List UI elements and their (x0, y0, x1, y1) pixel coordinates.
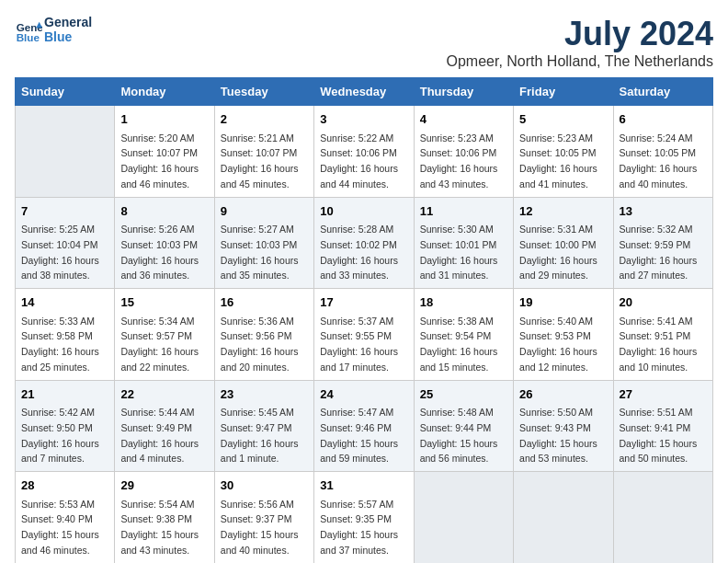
day-info: Sunrise: 5:37 AM Sunset: 9:55 PM Dayligh… (320, 316, 398, 373)
day-info: Sunrise: 5:38 AM Sunset: 9:54 PM Dayligh… (420, 316, 498, 373)
calendar-cell: 26Sunrise: 5:50 AM Sunset: 9:43 PM Dayli… (514, 380, 613, 472)
day-info: Sunrise: 5:54 AM Sunset: 9:38 PM Dayligh… (120, 499, 199, 556)
calendar-cell: 18Sunrise: 5:38 AM Sunset: 9:54 PM Dayli… (414, 289, 513, 381)
day-info: Sunrise: 5:30 AM Sunset: 10:01 PM Daylig… (420, 224, 498, 281)
day-info: Sunrise: 5:51 AM Sunset: 9:41 PM Dayligh… (620, 407, 698, 464)
header-day: Tuesday (214, 78, 313, 106)
calendar-cell: 14Sunrise: 5:33 AM Sunset: 9:58 PM Dayli… (16, 289, 115, 381)
calendar-cell: 28Sunrise: 5:53 AM Sunset: 9:40 PM Dayli… (16, 472, 115, 564)
day-info: Sunrise: 5:57 AM Sunset: 9:35 PM Dayligh… (320, 499, 398, 556)
day-info: Sunrise: 5:22 AM Sunset: 10:06 PM Daylig… (320, 132, 398, 190)
day-info: Sunrise: 5:42 AM Sunset: 9:50 PM Dayligh… (21, 407, 99, 464)
calendar-cell: 12Sunrise: 5:31 AM Sunset: 10:00 PM Dayl… (514, 197, 613, 289)
logo: General Blue General Blue (15, 15, 92, 44)
calendar-cell: 17Sunrise: 5:37 AM Sunset: 9:55 PM Dayli… (314, 289, 414, 381)
calendar-cell: 30Sunrise: 5:56 AM Sunset: 9:37 PM Dayli… (214, 472, 313, 564)
calendar-week-row: 14Sunrise: 5:33 AM Sunset: 9:58 PM Dayli… (16, 289, 713, 381)
header-day: Thursday (414, 78, 513, 106)
calendar-cell: 20Sunrise: 5:41 AM Sunset: 9:51 PM Dayli… (613, 289, 712, 381)
day-number: 26 (519, 385, 607, 404)
day-number: 22 (120, 385, 208, 404)
day-info: Sunrise: 5:25 AM Sunset: 10:04 PM Daylig… (21, 224, 99, 281)
day-number: 23 (221, 385, 308, 404)
logo-line1: General (44, 15, 92, 29)
calendar-cell: 15Sunrise: 5:34 AM Sunset: 9:57 PM Dayli… (115, 289, 214, 381)
day-number: 6 (620, 110, 707, 129)
day-number: 3 (320, 110, 407, 129)
header-day: Monday (115, 78, 214, 106)
day-number: 25 (420, 385, 507, 404)
calendar-cell: 27Sunrise: 5:51 AM Sunset: 9:41 PM Dayli… (613, 380, 712, 472)
day-info: Sunrise: 5:23 AM Sunset: 10:06 PM Daylig… (420, 132, 498, 190)
calendar-cell (16, 106, 115, 198)
calendar-cell: 5Sunrise: 5:23 AM Sunset: 10:05 PM Dayli… (514, 106, 613, 198)
calendar-cell: 6Sunrise: 5:24 AM Sunset: 10:05 PM Dayli… (613, 106, 712, 198)
calendar-cell: 3Sunrise: 5:22 AM Sunset: 10:06 PM Dayli… (314, 106, 414, 198)
day-number: 14 (21, 293, 108, 312)
day-number: 17 (320, 293, 407, 312)
logo-line2: Blue (44, 29, 92, 44)
day-info: Sunrise: 5:44 AM Sunset: 9:49 PM Dayligh… (120, 407, 199, 464)
day-number: 28 (21, 477, 108, 495)
day-number: 5 (519, 110, 607, 129)
calendar-cell: 7Sunrise: 5:25 AM Sunset: 10:04 PM Dayli… (16, 197, 115, 289)
calendar-week-row: 7Sunrise: 5:25 AM Sunset: 10:04 PM Dayli… (16, 197, 713, 289)
day-number: 7 (21, 202, 108, 221)
calendar-cell: 11Sunrise: 5:30 AM Sunset: 10:01 PM Dayl… (414, 197, 513, 289)
day-info: Sunrise: 5:53 AM Sunset: 9:40 PM Dayligh… (21, 499, 99, 556)
calendar-cell: 4Sunrise: 5:23 AM Sunset: 10:06 PM Dayli… (414, 106, 513, 198)
day-info: Sunrise: 5:48 AM Sunset: 9:44 PM Dayligh… (420, 407, 498, 464)
day-number: 30 (221, 477, 308, 495)
calendar-cell: 1Sunrise: 5:20 AM Sunset: 10:07 PM Dayli… (115, 106, 214, 198)
day-number: 9 (221, 202, 308, 221)
calendar-cell: 31Sunrise: 5:57 AM Sunset: 9:35 PM Dayli… (314, 472, 414, 564)
day-number: 20 (620, 293, 707, 312)
page-header: General Blue General Blue July 2024 Opme… (15, 15, 713, 70)
header-day: Wednesday (314, 78, 414, 106)
day-info: Sunrise: 5:50 AM Sunset: 9:43 PM Dayligh… (519, 407, 597, 464)
calendar-cell: 22Sunrise: 5:44 AM Sunset: 9:49 PM Dayli… (115, 380, 214, 472)
day-number: 18 (420, 293, 507, 312)
day-info: Sunrise: 5:34 AM Sunset: 9:57 PM Dayligh… (120, 316, 199, 373)
day-number: 16 (221, 293, 308, 312)
day-number: 27 (620, 385, 707, 404)
calendar-cell (613, 472, 712, 564)
header-day: Friday (514, 78, 613, 106)
main-title: July 2024 (446, 15, 713, 53)
day-number: 13 (620, 202, 707, 221)
day-info: Sunrise: 5:41 AM Sunset: 9:51 PM Dayligh… (620, 316, 698, 373)
subtitle: Opmeer, North Holland, The Netherlands (446, 53, 713, 70)
calendar-week-row: 28Sunrise: 5:53 AM Sunset: 9:40 PM Dayli… (16, 472, 713, 564)
calendar-cell: 13Sunrise: 5:32 AM Sunset: 9:59 PM Dayli… (613, 197, 712, 289)
day-number: 8 (120, 202, 208, 221)
day-number: 2 (221, 110, 308, 129)
calendar-week-row: 1Sunrise: 5:20 AM Sunset: 10:07 PM Dayli… (16, 106, 713, 198)
day-info: Sunrise: 5:36 AM Sunset: 9:56 PM Dayligh… (221, 316, 299, 373)
calendar-cell (414, 472, 513, 564)
day-number: 29 (120, 477, 208, 495)
day-number: 15 (120, 293, 208, 312)
day-info: Sunrise: 5:45 AM Sunset: 9:47 PM Dayligh… (221, 407, 299, 464)
day-number: 4 (420, 110, 507, 129)
calendar-cell: 8Sunrise: 5:26 AM Sunset: 10:03 PM Dayli… (115, 197, 214, 289)
day-info: Sunrise: 5:20 AM Sunset: 10:07 PM Daylig… (120, 132, 199, 190)
day-info: Sunrise: 5:21 AM Sunset: 10:07 PM Daylig… (221, 132, 299, 190)
day-info: Sunrise: 5:27 AM Sunset: 10:03 PM Daylig… (221, 224, 299, 281)
day-number: 1 (120, 110, 208, 129)
calendar-cell: 10Sunrise: 5:28 AM Sunset: 10:02 PM Dayl… (314, 197, 414, 289)
calendar-cell (514, 472, 613, 564)
calendar-cell: 9Sunrise: 5:27 AM Sunset: 10:03 PM Dayli… (214, 197, 313, 289)
title-section: July 2024 Opmeer, North Holland, The Net… (446, 15, 713, 70)
calendar-table: SundayMondayTuesdayWednesdayThursdayFrid… (15, 77, 713, 563)
calendar-cell: 25Sunrise: 5:48 AM Sunset: 9:44 PM Dayli… (414, 380, 513, 472)
day-number: 12 (519, 202, 607, 221)
day-number: 21 (21, 385, 108, 404)
calendar-cell: 16Sunrise: 5:36 AM Sunset: 9:56 PM Dayli… (214, 289, 313, 381)
calendar-cell: 24Sunrise: 5:47 AM Sunset: 9:46 PM Dayli… (314, 380, 414, 472)
logo-icon: General Blue (15, 16, 42, 43)
calendar-cell: 29Sunrise: 5:54 AM Sunset: 9:38 PM Dayli… (115, 472, 214, 564)
day-info: Sunrise: 5:40 AM Sunset: 9:53 PM Dayligh… (519, 316, 597, 373)
calendar-week-row: 21Sunrise: 5:42 AM Sunset: 9:50 PM Dayli… (16, 380, 713, 472)
day-info: Sunrise: 5:28 AM Sunset: 10:02 PM Daylig… (320, 224, 398, 281)
day-info: Sunrise: 5:31 AM Sunset: 10:00 PM Daylig… (519, 224, 597, 281)
